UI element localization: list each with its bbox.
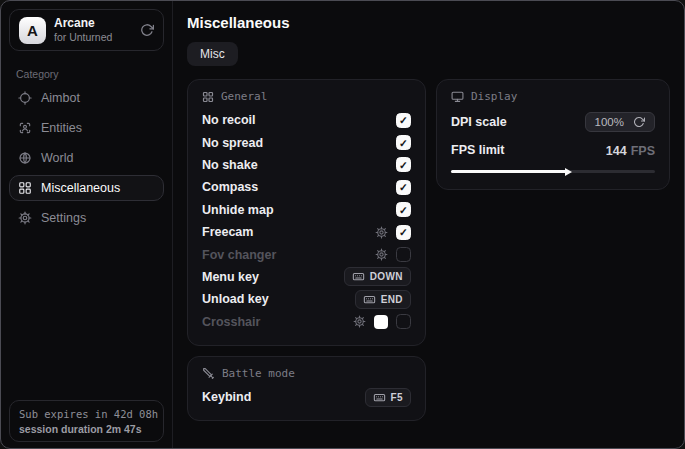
panel-title: Battle mode bbox=[222, 367, 295, 380]
sidebar-nav: Aimbot Entities World Miscellaneous bbox=[1, 83, 172, 233]
app-header-card: A Arcane for Unturned bbox=[9, 9, 164, 51]
session-duration-text: session duration 2m 47s bbox=[19, 423, 154, 435]
monitor-icon bbox=[451, 90, 464, 103]
keybind-button[interactable]: F5 bbox=[365, 388, 411, 407]
keybind-button[interactable]: END bbox=[355, 290, 411, 309]
toggle-row-no-recoil: No recoil bbox=[202, 109, 411, 131]
toggle-label: No spread bbox=[202, 136, 263, 150]
toggle-label: No shake bbox=[202, 158, 258, 172]
toggle-row-fov-changer: Fov changer bbox=[202, 243, 411, 265]
sidebar-item-miscellaneous[interactable]: Miscellaneous bbox=[9, 175, 164, 201]
toggle-label: Crosshair bbox=[202, 315, 260, 329]
keybind-value: DOWN bbox=[370, 271, 403, 282]
toggle-label: Compass bbox=[202, 180, 258, 194]
sidebar-item-label: World bbox=[41, 151, 73, 165]
slider-fill bbox=[451, 170, 568, 173]
grid-icon bbox=[18, 181, 32, 195]
sidebar-item-entities[interactable]: Entities bbox=[9, 115, 164, 141]
keyboard-icon bbox=[363, 293, 376, 306]
toggle-label: Freecam bbox=[202, 225, 253, 239]
dpi-scale-button[interactable]: 100% bbox=[585, 112, 655, 132]
toggle-row-compass: Compass bbox=[202, 176, 411, 198]
fps-limit-slider[interactable] bbox=[451, 166, 655, 177]
subscription-card: Sub expires in 42d 08h session duration … bbox=[9, 400, 164, 442]
fps-limit-label: FPS limit bbox=[451, 143, 504, 157]
globe-icon bbox=[18, 151, 32, 165]
toggle-row-no-shake: No shake bbox=[202, 154, 411, 176]
checkbox[interactable] bbox=[396, 247, 411, 262]
refresh-icon[interactable] bbox=[140, 23, 154, 37]
checkbox[interactable] bbox=[396, 135, 411, 150]
keybind-label: Keybind bbox=[202, 390, 251, 404]
color-swatch[interactable] bbox=[374, 315, 388, 329]
scan-person-icon bbox=[18, 121, 32, 135]
checkbox[interactable] bbox=[396, 225, 411, 240]
crosshair-icon bbox=[18, 91, 32, 105]
page-title: Miscellaneous bbox=[187, 14, 670, 31]
dpi-scale-label: DPI scale bbox=[451, 115, 507, 129]
app-window: A Arcane for Unturned Category Aimbot bbox=[0, 0, 685, 449]
checkbox[interactable] bbox=[396, 202, 411, 217]
display-panel: Display DPI scale 100% FPS limit bbox=[436, 79, 670, 190]
fps-limit-row: FPS limit 144FPS bbox=[451, 141, 655, 159]
panel-title: Display bbox=[471, 90, 517, 103]
toggle-row-freecam: Freecam bbox=[202, 221, 411, 243]
app-name: Arcane bbox=[54, 16, 112, 31]
keybind-value: F5 bbox=[391, 392, 403, 403]
keyboard-icon bbox=[352, 270, 365, 283]
keybind-label: Unload key bbox=[202, 292, 269, 306]
sidebar-item-label: Aimbot bbox=[41, 91, 80, 105]
toggle-label: Fov changer bbox=[202, 248, 276, 262]
sidebar-item-label: Entities bbox=[41, 121, 82, 135]
sidebar-item-world[interactable]: World bbox=[9, 145, 164, 171]
fps-number: 144 bbox=[606, 144, 627, 158]
keybind-label: Menu key bbox=[202, 270, 259, 284]
sidebar-item-aimbot[interactable]: Aimbot bbox=[9, 85, 164, 111]
keybind-button[interactable]: DOWN bbox=[344, 267, 411, 286]
sidebar-item-label: Settings bbox=[41, 211, 86, 225]
grid-icon bbox=[202, 91, 214, 103]
checkbox[interactable] bbox=[396, 180, 411, 195]
keybind-row-unload-key: Unload key END bbox=[202, 288, 411, 310]
fps-limit-value: 144FPS bbox=[606, 141, 655, 159]
keybind-value: END bbox=[381, 294, 403, 305]
toggle-label: Unhide map bbox=[202, 203, 274, 217]
app-subtitle: for Unturned bbox=[54, 31, 112, 44]
display-panel-header: Display bbox=[451, 90, 655, 103]
tab-bar: Misc bbox=[187, 42, 670, 66]
tab-misc[interactable]: Misc bbox=[187, 42, 238, 66]
sword-icon bbox=[202, 367, 215, 380]
toggle-row-unhide-map: Unhide map bbox=[202, 199, 411, 221]
checkbox[interactable] bbox=[396, 113, 411, 128]
sidebar-item-label: Miscellaneous bbox=[41, 181, 120, 195]
toggle-row-crosshair: Crosshair bbox=[202, 311, 411, 333]
gear-icon[interactable] bbox=[375, 226, 388, 239]
keybind-row-menu-key: Menu key DOWN bbox=[202, 266, 411, 288]
reset-icon bbox=[633, 116, 645, 128]
category-label: Category bbox=[1, 59, 172, 83]
sidebar: A Arcane for Unturned Category Aimbot bbox=[1, 1, 173, 448]
checkbox[interactable] bbox=[396, 314, 411, 329]
keyboard-icon bbox=[373, 391, 386, 404]
toggle-label: No recoil bbox=[202, 113, 256, 127]
fps-unit: FPS bbox=[631, 144, 655, 158]
general-panel: General No recoil No spread No shake bbox=[187, 79, 426, 346]
battle-mode-panel-header: Battle mode bbox=[202, 367, 411, 380]
dpi-scale-row: DPI scale 100% bbox=[451, 112, 655, 132]
battle-mode-panel: Battle mode Keybind F5 bbox=[187, 356, 426, 421]
gear-icon bbox=[18, 211, 32, 225]
general-panel-header: General bbox=[202, 90, 411, 103]
slider-thumb[interactable] bbox=[565, 168, 572, 176]
panel-title: General bbox=[221, 90, 267, 103]
keybind-row-battle-keybind: Keybind F5 bbox=[202, 386, 411, 408]
dpi-scale-value: 100% bbox=[595, 116, 624, 128]
toggle-row-no-spread: No spread bbox=[202, 131, 411, 153]
checkbox[interactable] bbox=[396, 157, 411, 172]
main-content: Miscellaneous Misc General No recoil bbox=[173, 1, 684, 448]
sidebar-item-settings[interactable]: Settings bbox=[9, 205, 164, 231]
gear-icon[interactable] bbox=[353, 315, 366, 328]
gear-icon[interactable] bbox=[375, 248, 388, 261]
sub-expiry-text: Sub expires in 42d 08h bbox=[19, 408, 154, 420]
app-logo: A bbox=[19, 17, 46, 44]
